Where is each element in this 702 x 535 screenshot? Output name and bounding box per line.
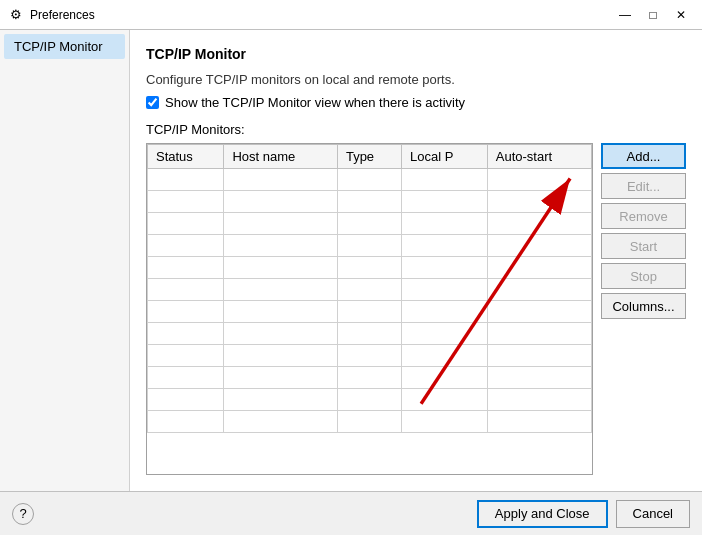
remove-button[interactable]: Remove <box>601 203 686 229</box>
window-title: Preferences <box>30 8 612 22</box>
table-body <box>148 169 592 433</box>
maximize-button[interactable]: □ <box>640 5 666 25</box>
col-type: Type <box>337 145 401 169</box>
title-bar: ⚙ Preferences — □ ✕ <box>0 0 702 30</box>
start-button[interactable]: Start <box>601 233 686 259</box>
help-button[interactable]: ? <box>12 503 34 525</box>
col-status: Status <box>148 145 224 169</box>
table-row <box>148 323 592 345</box>
stop-button[interactable]: Stop <box>601 263 686 289</box>
sidebar-item-tcp-ip-monitor[interactable]: TCP/IP Monitor <box>4 34 125 59</box>
col-autostart: Auto-start <box>487 145 591 169</box>
checkbox-row: Show the TCP/IP Monitor view when there … <box>146 95 686 110</box>
monitors-table: Status Host name Type Local P Auto-start <box>147 144 592 433</box>
app-icon: ⚙ <box>8 7 24 23</box>
apply-close-button[interactable]: Apply and Close <box>477 500 608 528</box>
table-row <box>148 235 592 257</box>
table-row <box>148 389 592 411</box>
footer-right: Apply and Close Cancel <box>477 500 690 528</box>
checkbox-label: Show the TCP/IP Monitor view when there … <box>165 95 465 110</box>
col-hostname: Host name <box>224 145 337 169</box>
edit-button[interactable]: Edit... <box>601 173 686 199</box>
show-monitor-checkbox[interactable] <box>146 96 159 109</box>
table-row <box>148 301 592 323</box>
table-row <box>148 367 592 389</box>
panel-title: TCP/IP Monitor <box>146 46 686 62</box>
table-row <box>148 213 592 235</box>
table-row <box>148 191 592 213</box>
table-container: Status Host name Type Local P Auto-start <box>146 143 593 475</box>
table-row <box>148 169 592 191</box>
footer-left: ? <box>12 503 34 525</box>
table-and-buttons: Status Host name Type Local P Auto-start <box>146 143 686 475</box>
table-row <box>148 279 592 301</box>
content-panel: TCP/IP Monitor Configure TCP/IP monitors… <box>130 30 702 491</box>
columns-button[interactable]: Columns... <box>601 293 686 319</box>
panel-description: Configure TCP/IP monitors on local and r… <box>146 72 686 87</box>
sidebar: TCP/IP Monitor <box>0 30 130 491</box>
table-row <box>148 257 592 279</box>
table-row <box>148 345 592 367</box>
main-content: TCP/IP Monitor TCP/IP Monitor Configure … <box>0 30 702 491</box>
cancel-button[interactable]: Cancel <box>616 500 690 528</box>
add-button[interactable]: Add... <box>601 143 686 169</box>
window-controls: — □ ✕ <box>612 5 694 25</box>
section-label: TCP/IP Monitors: <box>146 122 686 137</box>
side-buttons: Add... Edit... Remove Start Stop Columns… <box>601 143 686 475</box>
table-header: Status Host name Type Local P Auto-start <box>148 145 592 169</box>
col-localp: Local P <box>402 145 488 169</box>
table-wrapper: Status Host name Type Local P Auto-start <box>146 143 593 475</box>
minimize-button[interactable]: — <box>612 5 638 25</box>
footer-bar: ? Apply and Close Cancel <box>0 491 702 535</box>
table-row <box>148 411 592 433</box>
close-button[interactable]: ✕ <box>668 5 694 25</box>
